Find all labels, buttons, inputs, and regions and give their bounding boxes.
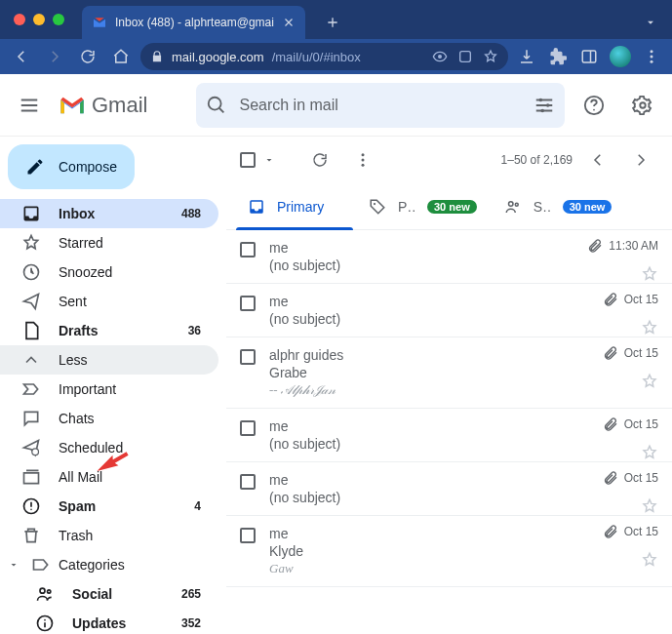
window-close[interactable] <box>14 14 25 25</box>
sidebar-item-less[interactable]: Less <box>0 345 218 375</box>
tune-icon[interactable] <box>534 95 555 116</box>
gmail-logo[interactable]: Gmail <box>59 93 147 118</box>
caret-down-icon[interactable] <box>263 154 275 166</box>
reload-button[interactable] <box>74 43 101 70</box>
select-all-checkbox[interactable] <box>240 152 256 168</box>
sidebar-item-label: Starred <box>59 235 201 251</box>
attachment-icon <box>603 524 618 539</box>
browser-tab[interactable]: Inbox (488) - alphrteam@gmai <box>82 6 305 39</box>
sidebar-item-chats[interactable]: Chats <box>0 404 218 433</box>
sidebar-item-label: Less <box>59 352 201 368</box>
sidebar-item-important[interactable]: Important <box>0 375 218 404</box>
row-star[interactable] <box>641 265 658 283</box>
star-icon[interactable] <box>483 49 498 64</box>
new-tab-button[interactable] <box>319 9 346 36</box>
back-button[interactable] <box>8 43 35 70</box>
sidebar-item-drafts[interactable]: Drafts 36 <box>0 316 218 345</box>
tab-badge: 30 new <box>563 200 613 214</box>
tab-label: Primary <box>277 199 324 215</box>
tab-label: S… <box>534 199 551 215</box>
compose-button[interactable]: Compose <box>8 144 135 189</box>
forward-button[interactable] <box>41 43 68 70</box>
sidebar-item-updates[interactable]: Updates 352 <box>0 609 218 634</box>
row-star[interactable] <box>641 497 658 515</box>
url-host: mail.google.com <box>172 50 264 64</box>
sidebar-item-starred[interactable]: Starred <box>0 228 218 258</box>
email-row[interactable]: me (no subject) 11:30 AM <box>226 230 672 284</box>
share-icon[interactable] <box>457 49 473 64</box>
address-bar[interactable]: mail.google.com/mail/u/0/#inbox <box>140 43 508 70</box>
tab-primary[interactable]: Primary <box>236 183 353 229</box>
sidebar-item-label: Important <box>59 381 201 397</box>
prev-page-button[interactable] <box>580 142 615 178</box>
window-minimize[interactable] <box>33 14 45 25</box>
gmail-favicon <box>92 15 107 30</box>
settings-button[interactable] <box>623 86 662 125</box>
pencil-icon <box>25 157 45 177</box>
svg-point-7 <box>539 98 543 101</box>
extensions-icon[interactable] <box>545 44 571 69</box>
svg-point-28 <box>515 203 518 206</box>
main-menu-button[interactable] <box>10 86 49 125</box>
refresh-button[interactable] <box>302 142 337 178</box>
email-row[interactable]: me (no subject) Oct 15 <box>226 462 672 516</box>
sidebar-item-inbox[interactable]: Inbox 488 <box>0 199 218 228</box>
file-icon <box>21 321 41 340</box>
row-checkbox[interactable] <box>240 296 256 311</box>
sidebar-item-label: Drafts <box>59 323 171 338</box>
email-row[interactable]: me (no subject) Oct 15 <box>226 284 672 337</box>
tab-promotions[interactable]: P… 30 new <box>357 183 489 229</box>
more-button[interactable] <box>345 142 380 178</box>
email-row[interactable]: alphr guides Grabe -- 𝒜𝓁𝓅𝒽𝓇𝒥𝒶𝓃 Oct 15 <box>226 337 672 409</box>
help-button[interactable] <box>574 86 613 125</box>
sidebar-item-social[interactable]: Social 265 <box>0 579 218 609</box>
categories-icon <box>31 555 51 575</box>
important-icon <box>21 379 41 399</box>
row-date: Oct 15 <box>624 417 658 431</box>
close-icon[interactable] <box>282 16 296 29</box>
send-icon <box>21 292 41 311</box>
row-star[interactable] <box>641 551 658 569</box>
row-star[interactable] <box>641 444 658 461</box>
row-star[interactable] <box>641 373 658 390</box>
stack-icon <box>21 467 41 487</box>
email-list: me (no subject) 11:30 AM me (no subject)… <box>226 230 672 587</box>
tab-social[interactable]: S… 30 new <box>493 183 624 229</box>
sidebar-item-spam[interactable]: Spam 4 <box>0 492 218 521</box>
email-row[interactable]: me Klyde Gaw Oct 15 <box>226 516 672 587</box>
inbox-icon <box>248 198 265 216</box>
svg-point-26 <box>374 202 376 204</box>
sidebar-item-label: Snoozed <box>59 264 201 280</box>
row-snippet: -- 𝒜𝓁𝓅𝒽𝓇𝒥𝒶𝓃 <box>269 382 658 398</box>
row-subject: Klyde <box>269 543 658 559</box>
window-maximize[interactable] <box>53 14 64 25</box>
email-row[interactable]: me (no subject) Oct 15 <box>226 409 672 462</box>
home-button[interactable] <box>107 43 135 70</box>
sidebar-item-categories[interactable]: Categories <box>0 550 218 579</box>
row-checkbox[interactable] <box>240 420 256 436</box>
row-checkbox[interactable] <box>240 349 256 365</box>
svg-point-16 <box>30 509 32 511</box>
sidebar-item-snoozed[interactable]: Snoozed <box>0 258 218 287</box>
row-checkbox[interactable] <box>240 528 256 543</box>
profile-avatar[interactable] <box>608 44 633 69</box>
sidebar-item-label: Chats <box>59 411 201 426</box>
attachment-icon <box>603 470 618 486</box>
search-input[interactable]: Search in mail <box>196 83 565 128</box>
spam-icon <box>21 496 41 516</box>
sidebar-item-label: Sent <box>59 294 201 309</box>
attachment-icon <box>587 238 603 254</box>
row-checkbox[interactable] <box>240 474 256 490</box>
kebab-icon[interactable] <box>639 44 664 69</box>
tab-badge: 30 new <box>427 200 477 214</box>
download-icon[interactable] <box>514 44 539 69</box>
svg-point-20 <box>44 619 46 621</box>
sidepanel-icon[interactable] <box>576 44 602 69</box>
sidebar-item-trash[interactable]: Trash <box>0 521 218 550</box>
next-page-button[interactable] <box>623 142 658 178</box>
row-checkbox[interactable] <box>240 242 256 258</box>
sidebar-item-sent[interactable]: Sent <box>0 287 218 316</box>
tabs-dropdown[interactable] <box>637 16 664 29</box>
row-star[interactable] <box>641 319 658 337</box>
eye-icon[interactable] <box>432 49 448 64</box>
